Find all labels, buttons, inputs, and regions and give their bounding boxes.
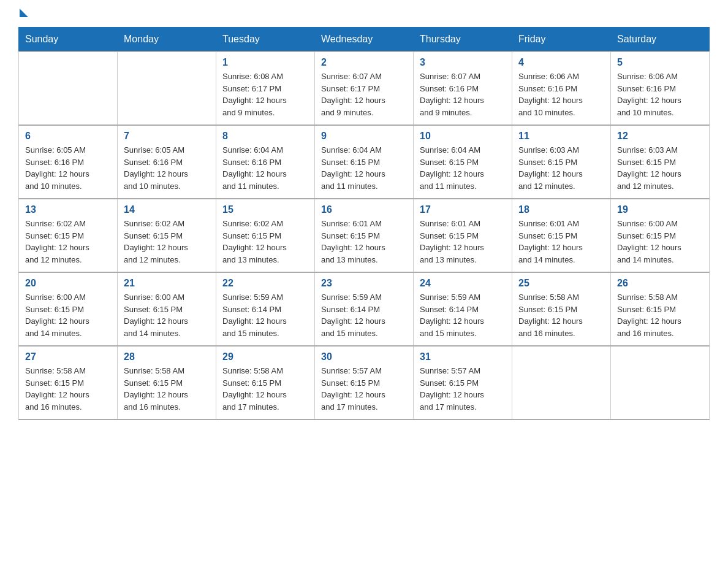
calendar-week-row: 6Sunrise: 6:05 AMSunset: 6:16 PMDaylight… (19, 125, 710, 199)
day-info: Sunrise: 6:01 AMSunset: 6:15 PMDaylight:… (518, 218, 604, 266)
day-info: Sunrise: 5:58 AMSunset: 6:15 PMDaylight:… (222, 365, 308, 413)
logo-triangle-icon (20, 9, 28, 17)
calendar-cell: 13Sunrise: 6:02 AMSunset: 6:15 PMDayligh… (19, 199, 118, 272)
calendar-cell: 7Sunrise: 6:05 AMSunset: 6:16 PMDaylight… (118, 125, 216, 199)
calendar-cell: 3Sunrise: 6:07 AMSunset: 6:16 PMDaylight… (414, 52, 512, 125)
day-info: Sunrise: 6:05 AMSunset: 6:16 PMDaylight:… (124, 144, 210, 192)
calendar-cell: 10Sunrise: 6:04 AMSunset: 6:15 PMDayligh… (414, 125, 512, 199)
day-info: Sunrise: 5:57 AMSunset: 6:15 PMDaylight:… (321, 365, 407, 413)
day-number: 21 (124, 278, 210, 289)
day-number: 25 (518, 278, 604, 289)
calendar-cell: 18Sunrise: 6:01 AMSunset: 6:15 PMDayligh… (512, 199, 611, 272)
calendar-cell: 20Sunrise: 6:00 AMSunset: 6:15 PMDayligh… (19, 272, 118, 346)
calendar-cell: 16Sunrise: 6:01 AMSunset: 6:15 PMDayligh… (315, 199, 414, 272)
day-number: 27 (25, 351, 111, 362)
day-number: 12 (617, 131, 703, 142)
calendar-cell: 21Sunrise: 6:00 AMSunset: 6:15 PMDayligh… (118, 272, 216, 346)
logo-area (18, 12, 28, 15)
calendar-cell: 17Sunrise: 6:01 AMSunset: 6:15 PMDayligh… (414, 199, 512, 272)
calendar-cell: 19Sunrise: 6:00 AMSunset: 6:15 PMDayligh… (611, 199, 710, 272)
calendar-cell (611, 346, 710, 419)
day-number: 23 (321, 278, 407, 289)
logo (18, 12, 28, 17)
day-info: Sunrise: 6:01 AMSunset: 6:15 PMDaylight:… (420, 218, 506, 266)
day-number: 20 (25, 278, 111, 289)
day-info: Sunrise: 5:59 AMSunset: 6:14 PMDaylight:… (321, 291, 407, 339)
day-number: 19 (617, 204, 703, 215)
calendar-cell (19, 52, 118, 125)
day-number: 30 (321, 351, 407, 362)
day-number: 3 (420, 57, 506, 68)
calendar-cell: 31Sunrise: 5:57 AMSunset: 6:15 PMDayligh… (414, 346, 512, 419)
day-number: 2 (321, 57, 407, 68)
calendar-cell: 12Sunrise: 6:03 AMSunset: 6:15 PMDayligh… (611, 125, 710, 199)
day-info: Sunrise: 6:05 AMSunset: 6:16 PMDaylight:… (25, 144, 111, 192)
calendar-cell: 14Sunrise: 6:02 AMSunset: 6:15 PMDayligh… (118, 199, 216, 272)
calendar-cell (512, 346, 611, 419)
calendar-cell: 28Sunrise: 5:58 AMSunset: 6:15 PMDayligh… (118, 346, 216, 419)
weekday-header-row: SundayMondayTuesdayWednesdayThursdayFrid… (19, 28, 710, 52)
day-info: Sunrise: 5:59 AMSunset: 6:14 PMDaylight:… (222, 291, 308, 339)
calendar-cell: 15Sunrise: 6:02 AMSunset: 6:15 PMDayligh… (216, 199, 315, 272)
day-info: Sunrise: 6:01 AMSunset: 6:15 PMDaylight:… (321, 218, 407, 266)
day-info: Sunrise: 6:04 AMSunset: 6:15 PMDaylight:… (321, 144, 407, 192)
calendar-cell: 25Sunrise: 5:58 AMSunset: 6:15 PMDayligh… (512, 272, 611, 346)
calendar-cell: 9Sunrise: 6:04 AMSunset: 6:15 PMDaylight… (315, 125, 414, 199)
day-number: 14 (124, 204, 210, 215)
day-info: Sunrise: 6:00 AMSunset: 6:15 PMDaylight:… (617, 218, 703, 266)
calendar-week-row: 27Sunrise: 5:58 AMSunset: 6:15 PMDayligh… (19, 346, 710, 419)
day-number: 28 (124, 351, 210, 362)
day-number: 17 (420, 204, 506, 215)
calendar-week-row: 13Sunrise: 6:02 AMSunset: 6:15 PMDayligh… (19, 199, 710, 272)
day-info: Sunrise: 5:58 AMSunset: 6:15 PMDaylight:… (25, 365, 111, 413)
day-info: Sunrise: 5:58 AMSunset: 6:15 PMDaylight:… (518, 291, 604, 339)
page-header (18, 12, 710, 15)
calendar-cell: 4Sunrise: 6:06 AMSunset: 6:16 PMDaylight… (512, 52, 611, 125)
day-number: 13 (25, 204, 111, 215)
day-number: 31 (420, 351, 506, 362)
day-number: 22 (222, 278, 308, 289)
weekday-header-monday: Monday (118, 28, 216, 52)
weekday-header-friday: Friday (512, 28, 611, 52)
day-info: Sunrise: 6:00 AMSunset: 6:15 PMDaylight:… (124, 291, 210, 339)
day-info: Sunrise: 6:06 AMSunset: 6:16 PMDaylight:… (617, 71, 703, 118)
calendar-cell: 2Sunrise: 6:07 AMSunset: 6:17 PMDaylight… (315, 52, 414, 125)
day-info: Sunrise: 5:59 AMSunset: 6:14 PMDaylight:… (420, 291, 506, 339)
day-info: Sunrise: 5:58 AMSunset: 6:15 PMDaylight:… (617, 291, 703, 339)
day-info: Sunrise: 6:06 AMSunset: 6:16 PMDaylight:… (518, 71, 604, 118)
day-number: 26 (617, 278, 703, 289)
day-info: Sunrise: 6:02 AMSunset: 6:15 PMDaylight:… (124, 218, 210, 266)
day-number: 18 (518, 204, 604, 215)
day-info: Sunrise: 6:02 AMSunset: 6:15 PMDaylight:… (25, 218, 111, 266)
day-info: Sunrise: 5:57 AMSunset: 6:15 PMDaylight:… (420, 365, 506, 413)
calendar-cell: 22Sunrise: 5:59 AMSunset: 6:14 PMDayligh… (216, 272, 315, 346)
weekday-header-tuesday: Tuesday (216, 28, 315, 52)
calendar-week-row: 1Sunrise: 6:08 AMSunset: 6:17 PMDaylight… (19, 52, 710, 125)
calendar-cell: 5Sunrise: 6:06 AMSunset: 6:16 PMDaylight… (611, 52, 710, 125)
day-info: Sunrise: 6:04 AMSunset: 6:15 PMDaylight:… (420, 144, 506, 192)
day-info: Sunrise: 6:04 AMSunset: 6:16 PMDaylight:… (222, 144, 308, 192)
day-info: Sunrise: 5:58 AMSunset: 6:15 PMDaylight:… (124, 365, 210, 413)
day-number: 5 (617, 57, 703, 68)
day-number: 11 (518, 131, 604, 142)
day-info: Sunrise: 6:03 AMSunset: 6:15 PMDaylight:… (617, 144, 703, 192)
calendar-cell: 23Sunrise: 5:59 AMSunset: 6:14 PMDayligh… (315, 272, 414, 346)
weekday-header-sunday: Sunday (19, 28, 118, 52)
day-number: 6 (25, 131, 111, 142)
calendar-cell: 24Sunrise: 5:59 AMSunset: 6:14 PMDayligh… (414, 272, 512, 346)
day-number: 8 (222, 131, 308, 142)
day-number: 29 (222, 351, 308, 362)
day-info: Sunrise: 6:03 AMSunset: 6:15 PMDaylight:… (518, 144, 604, 192)
day-info: Sunrise: 6:07 AMSunset: 6:17 PMDaylight:… (321, 71, 407, 118)
calendar-week-row: 20Sunrise: 6:00 AMSunset: 6:15 PMDayligh… (19, 272, 710, 346)
day-number: 10 (420, 131, 506, 142)
weekday-header-saturday: Saturday (611, 28, 710, 52)
calendar-cell: 6Sunrise: 6:05 AMSunset: 6:16 PMDaylight… (19, 125, 118, 199)
calendar-cell: 27Sunrise: 5:58 AMSunset: 6:15 PMDayligh… (19, 346, 118, 419)
weekday-header-thursday: Thursday (414, 28, 512, 52)
calendar-cell (118, 52, 216, 125)
day-number: 15 (222, 204, 308, 215)
day-number: 16 (321, 204, 407, 215)
calendar-cell: 8Sunrise: 6:04 AMSunset: 6:16 PMDaylight… (216, 125, 315, 199)
calendar-cell: 11Sunrise: 6:03 AMSunset: 6:15 PMDayligh… (512, 125, 611, 199)
